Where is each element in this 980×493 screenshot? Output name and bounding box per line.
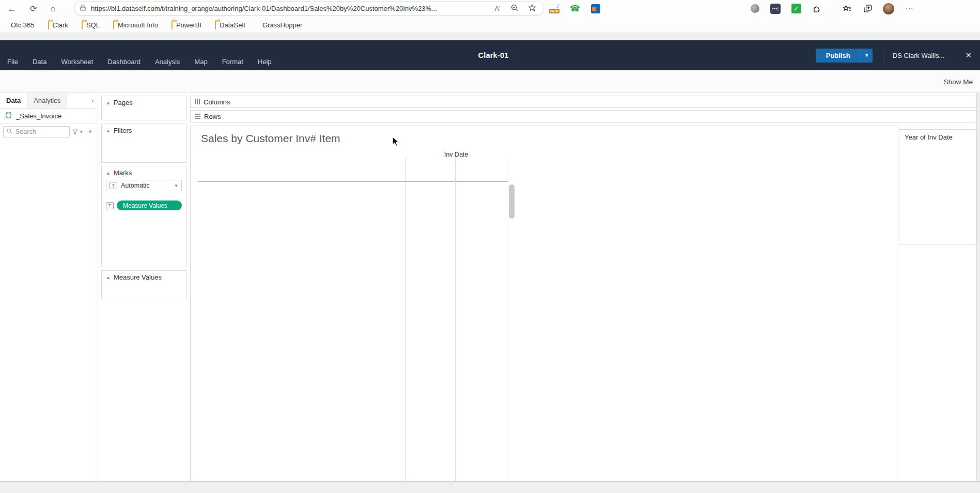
search-placeholder: Search [15,128,36,135]
collapse-icon[interactable]: ▲ [106,275,111,280]
bookmark-item[interactable]: SQL [82,21,100,29]
url-action-icons: A⁡ʻ [494,4,536,13]
password-extension-icon[interactable]: •••| [770,3,781,14]
menu-map[interactable]: Map [189,56,212,68]
collapse-icon[interactable]: ▲ [106,128,111,133]
bookmark-label: Microsoft Info [118,21,158,29]
year-filter-card: Year of Inv Date [899,129,976,244]
mark-type-dropdown[interactable]: T Automatic ▼ [106,180,182,191]
menu-worksheet[interactable]: Worksheet [56,56,98,68]
text-mark-icon: T [110,182,117,189]
read-aloud-icon[interactable]: A⁡ʻ [494,5,501,12]
filter-fields-icon[interactable]: ▼ [72,129,83,135]
user-menu[interactable]: DS Clark Wallis... [893,52,945,59]
search-input[interactable]: Search [3,126,70,137]
mark-type-value: Automatic [121,182,150,189]
worksheet[interactable]: Sales by Customer Inv# Item Inv Date [190,126,897,483]
close-icon[interactable]: ✕ [965,51,972,60]
refresh-icon[interactable]: ⟳ [30,4,37,13]
bookmark-item[interactable]: Clark [48,21,68,29]
column-divider [508,158,508,483]
bookmark-label: Ofc 365 [11,21,35,29]
url-text[interactable]: https://bi1.dataself.com/t/training_oran… [91,5,494,12]
folder-icon [82,21,83,29]
page-top-gap [0,33,980,40]
rows-icon [195,113,200,120]
publish-dropdown[interactable]: ▼ [861,49,873,63]
zoom-out-icon[interactable] [511,4,518,12]
sheet-tab-bar [0,481,980,493]
field-list [0,140,98,141]
add-favorite-icon[interactable] [528,4,536,13]
folder-icon [215,21,216,29]
text-shelf-pill[interactable]: Measure Values [117,201,182,210]
new-badge-extension-icon[interactable]: ⤴NEW [549,3,560,14]
screen: ←⟳⌂ https://bi1.dataself.com/t/training_… [0,0,980,493]
bookmark-item[interactable]: PowerBI [172,21,201,29]
cards-pane: ▲Pages ▲Filters ▲Marks T Automatic ▼ T M… [98,93,189,481]
check-extension-icon[interactable]: ✓ [790,3,802,14]
menu-file[interactable]: File [2,56,23,68]
search-row: Search ▼ ▼ [0,124,98,140]
right-scroll-strip[interactable] [976,93,980,481]
marks-card: ▲Marks T Automatic ▼ T Measure Values [101,166,186,267]
menu-data[interactable]: Data [27,56,52,68]
datasource-item[interactable]: _Sales_Invoice [0,109,98,124]
collapse-icon[interactable]: ▲ [106,100,111,105]
pages-card: ▲Pages [101,96,186,120]
header-right: Publish ▼ DS Clark Wallis... ✕ [816,47,975,64]
bookmark-label: SQL [86,21,100,29]
back-icon[interactable]: ← [7,4,17,13]
extensions-row: ⤴NEW☎•••|✓⋯ [549,0,980,17]
extensions-divider [832,4,832,13]
column-divider [405,158,406,483]
show-me-button[interactable]: Show Me [940,78,973,86]
rows-shelf[interactable]: Rows [190,110,976,122]
folder-icon [48,21,49,29]
search-icon [7,128,12,135]
measure-values-card: ▲Measure Values [101,270,186,299]
sphere-extension-icon[interactable] [749,3,760,14]
lock-icon [80,4,86,12]
menu-dashboard[interactable]: Dashboard [102,56,146,68]
column-divider [455,158,456,483]
collections-icon[interactable] [862,3,874,14]
menu-format[interactable]: Format [217,56,248,68]
binoculars-icon[interactable] [919,74,932,89]
view-options-icon[interactable]: ▼ [86,129,95,134]
bookmark-item[interactable]: DataSelf [215,21,245,29]
data-pane: Data Analytics ‹ _Sales_Invoice Search ▼… [0,93,98,481]
bookmark-item[interactable]: Microsoft Info [113,21,158,29]
publish-button[interactable]: Publish [816,49,861,63]
sheet-title[interactable]: Sales by Customer Inv# Item [201,132,340,145]
mouse-cursor [392,136,401,147]
favorites-list-icon[interactable] [842,3,853,14]
columns-shelf[interactable]: Columns [190,96,976,108]
puzzle-extensions-icon[interactable] [811,3,822,14]
filters-card: ▲Filters [101,124,186,163]
bookmark-item[interactable]: GrassHopper [259,21,302,29]
menu-analysis[interactable]: Analysis [150,56,185,68]
measure-values-label: Measure Values [114,273,162,281]
filters-label: Filters [114,127,132,134]
toolbar-right: Show Me [919,70,973,93]
bookmark-label: GrassHopper [262,21,302,29]
bookmark-item[interactable]: Ofc 365 [7,21,35,29]
vertical-scrollbar[interactable] [509,184,515,219]
tab-data[interactable]: Data [0,93,27,108]
office-extension-icon[interactable] [590,3,601,14]
more-menu-icon[interactable]: ⋯ [904,3,915,14]
menu-bar: FileDataWorksheetDashboardAnalysisMapFor… [2,56,277,68]
menu-help[interactable]: Help [253,56,277,68]
profile-avatar[interactable] [883,3,894,14]
bookmark-label: DataSelf [220,21,245,29]
columns-shelf-label: Columns [191,98,229,106]
collapse-pane-icon[interactable]: ‹ [87,93,98,108]
phone-extension-icon[interactable]: ☎ [569,3,581,14]
spanning-header: Inv Date [429,151,483,158]
tableau-header: FileDataWorksheetDashboardAnalysisMapFor… [0,40,980,70]
home-icon[interactable]: ⌂ [50,4,55,13]
tab-analytics[interactable]: Analytics [27,93,67,109]
url-bar[interactable]: https://bi1.dataself.com/t/training_oran… [74,1,544,16]
collapse-icon[interactable]: ▲ [106,171,111,176]
